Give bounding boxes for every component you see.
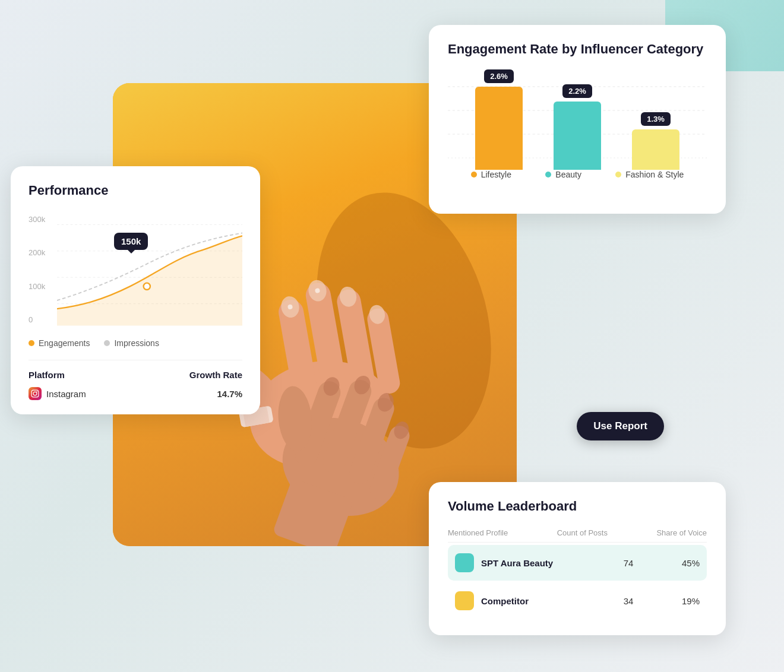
card-divider (29, 360, 242, 360)
engagement-legend: Lifestyle Beauty Fashion & Style (448, 170, 707, 179)
bar-fashion-fill (632, 129, 679, 170)
legend-fashion: Fashion & Style (615, 170, 684, 179)
legend-label-lifestyle: Lifestyle (481, 170, 511, 179)
leaderboard-title: Volume Leaderboard (448, 499, 707, 514)
growth-col-header: Growth Rate (189, 370, 242, 380)
leaderboard-card: Volume Leaderboard Mentioned Profile Cou… (429, 482, 726, 635)
lb-share-spt: 45% (652, 558, 700, 568)
bar-fashion: 1.3% (632, 112, 679, 170)
bar-beauty-fill (554, 102, 601, 170)
platform-cell: Instagram (29, 387, 86, 400)
performance-card: Performance 300k 200k 100k 0 (11, 166, 260, 414)
legend-dot-lifestyle (471, 172, 477, 177)
legend-label-beauty: Beauty (555, 170, 581, 179)
chart-tooltip: 150k (114, 233, 148, 250)
lb-header-share: Share of Voice (656, 528, 707, 537)
bar-tooltip-beauty: 2.2% (562, 84, 592, 98)
use-report-button[interactable]: Use Report (577, 412, 664, 440)
lb-count-competitor: 34 (605, 596, 652, 606)
legend-lifestyle: Lifestyle (471, 170, 511, 179)
bar-lifestyle: 2.6% (475, 69, 523, 170)
bar-chart-area: 2.6% 2.2% 1.3% (448, 69, 707, 170)
chart-legend: Engagements Impressions (29, 338, 242, 348)
legend-engagements: Engagements (29, 338, 90, 348)
platform-name: Instagram (46, 389, 86, 399)
chart-svg-area: 150k (57, 210, 242, 329)
leaderboard-row-1: SPT Aura Beauty 74 45% (448, 545, 707, 581)
bar-tooltip-fashion: 1.3% (641, 112, 671, 126)
instagram-icon (29, 387, 42, 400)
lb-name-competitor: Competitor (481, 596, 605, 606)
svg-point-33 (33, 392, 37, 395)
lb-header-count: Count of Posts (557, 528, 608, 537)
engagement-rate-card: Engagement Rate by Influencer Category 2… (429, 25, 726, 214)
y-label-0: 0 (29, 315, 52, 324)
platform-row-instagram: Instagram 14.7% (29, 387, 242, 400)
bar-lifestyle-fill (475, 87, 523, 170)
platform-col-header: Platform (29, 370, 65, 380)
lb-share-competitor: 19% (652, 596, 700, 606)
engagements-label: Engagements (39, 338, 90, 348)
impressions-dot (104, 340, 110, 346)
y-label-100k: 100k (29, 282, 52, 291)
performance-title: Performance (29, 183, 242, 198)
y-label-300k: 300k (29, 215, 52, 224)
svg-point-31 (144, 283, 150, 290)
leaderboard-header: Mentioned Profile Count of Posts Share o… (448, 524, 707, 543)
chart-y-axis: 300k 200k 100k 0 (29, 210, 52, 329)
legend-beauty: Beauty (545, 170, 581, 179)
y-label-200k: 200k (29, 248, 52, 257)
avatar-competitor (455, 591, 474, 610)
bar-beauty: 2.2% (554, 84, 601, 170)
engagement-chart: 2.6% 2.2% 1.3% Lifestyle Beauty (448, 69, 707, 188)
lb-name-spt: SPT Aura Beauty (481, 558, 605, 568)
legend-dot-beauty (545, 172, 551, 177)
leaderboard-row-2: Competitor 34 19% (448, 583, 707, 619)
legend-dot-fashion (615, 172, 621, 177)
svg-point-34 (36, 391, 37, 392)
impressions-label: Impressions (114, 338, 159, 348)
svg-rect-32 (31, 390, 39, 397)
lb-count-spt: 74 (605, 558, 652, 568)
lb-header-profile: Mentioned Profile (448, 528, 508, 537)
growth-rate-value: 14.7% (217, 389, 242, 399)
legend-impressions: Impressions (104, 338, 159, 348)
performance-chart: 300k 200k 100k 0 (29, 210, 242, 329)
platform-table-header: Platform Growth Rate (29, 370, 242, 380)
engagement-card-title: Engagement Rate by Influencer Category (448, 42, 707, 57)
bar-tooltip-lifestyle: 2.6% (484, 69, 514, 83)
avatar-spt (455, 553, 474, 572)
engagements-dot (29, 340, 34, 346)
legend-label-fashion: Fashion & Style (625, 170, 684, 179)
